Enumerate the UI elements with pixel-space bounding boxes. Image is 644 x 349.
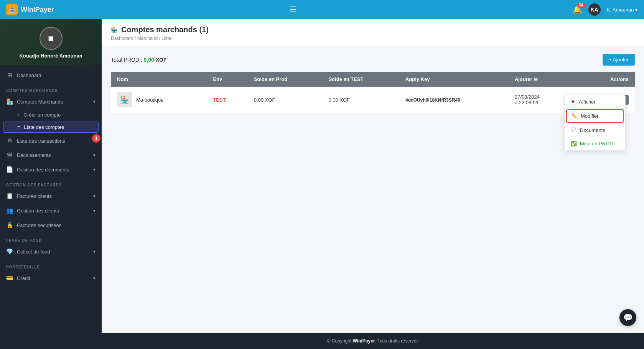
brand[interactable]: 🏦 WiniPayer [6,4,282,15]
page-title: Comptes marchands (1) [121,25,209,34]
chat-icon: 💬 [623,313,633,322]
user-name[interactable]: K. Amounan ▾ [607,7,638,13]
avatar: ■ [40,27,63,50]
col-apply-key: Apply Key [399,72,509,87]
col-solde-test: Solde en TEST [322,72,399,87]
chevron-factures-icon: ▾ [93,194,96,199]
documents-label: Documents [580,127,605,133]
total-row: Total PROD : 0,00 XOF + Ajouter [111,54,635,66]
sidebar-item-comptes-marchands[interactable]: 🏪 Comptes Marchands ▾ [0,94,102,109]
sidebar-item-creer-compte[interactable]: + Créer un compte [0,109,102,121]
clients-icon: 👥 [6,207,13,214]
solde-test-cell: 0,00 XOF [322,87,399,113]
liste-transactions-label: Liste des transactions [17,138,65,144]
date-cell: 27/03/2024à 22:06:09 [509,87,569,113]
sidebar-item-comptes-marchands-label: Comptes Marchands [17,99,63,105]
sidebar-item-dashboard-label: Dashboard [17,72,41,78]
modifier-label: Modifier [581,113,598,119]
page-body: Total PROD : 0,00 XOF + Ajouter Nom Env … [102,46,644,333]
brand-name: WiniPayer [21,6,54,14]
notification-bell[interactable]: 🔔 54 [573,5,582,14]
transactions-icon: ⚙ [6,137,13,144]
list-icon: ≡ [17,124,20,130]
dropdown-item-documents[interactable]: 📄 Documents [565,123,625,137]
col-ajouter-le: Ajouter le [509,72,569,87]
brand-icon: 🏦 [6,4,18,15]
lock-icon: 🔒 [6,222,13,229]
chevron-collect-icon: ▾ [93,249,96,254]
actions-dropdown: 👁 Afficher ✏️ Modifier 📄 Documents ✅ Mis… [564,95,626,151]
sidebar-username: Kouadjo Honoré Amounan [19,53,82,59]
page-header: 🏪 Comptes marchands (1) Dashboard / Marc… [102,19,644,46]
total-label: Total PROD : 0,00 XOF [111,57,167,63]
sidebar-item-liste-des-comptes[interactable]: ≡ Liste des comptes [3,122,99,133]
sidebar-item-gestion-documents[interactable]: 📄 Gestion des documents ▾ [0,162,102,177]
sidebar-item-decaissements[interactable]: 🏛 Décaissements ▾ [0,148,102,162]
plus-icon: + [17,112,20,118]
dropdown-item-mise-en-prod[interactable]: ✅ Mise en PROD [565,137,625,150]
sidebar-item-liste-transactions[interactable]: ⚙ Liste des transactions [0,133,102,148]
total-value: 0,00 [144,57,154,63]
solde-prod-cell: 0,00 XOF [248,87,323,113]
table-row: 🏪 Ma boutique TEST 0,00 XOF 0,00 XOF 4uc… [111,87,635,113]
total-currency: XOF [156,57,167,63]
store-icon: 🏪 [6,98,13,105]
sidebar-item-gestion-clients[interactable]: 👥 Gestion des clients ▾ [0,203,102,218]
merchant-name-cell: 🏪 Ma boutique [111,87,207,113]
table-body: 🏪 Ma boutique TEST 0,00 XOF 0,00 XOF 4uc… [111,87,635,113]
sidebar-item-factures-clients[interactable]: 📋 Factures clients ▾ [0,189,102,203]
env-cell: TEST [207,87,247,113]
sidebar-item-dashboard[interactable]: ⊞ Dashboard [0,68,102,82]
afficher-label: Afficher [579,99,596,105]
edit-icon: ✏️ [572,113,578,119]
collect-icon: 💎 [6,248,13,255]
creer-compte-label: Créer un compte [24,112,61,118]
chevron-decaissements-icon: ▾ [93,153,96,158]
eye-icon: 👁 [571,99,576,105]
merchant-icon: 🏪 [117,92,132,107]
liste-des-comptes-label: Liste des comptes [24,124,64,130]
sidebar-item-collect-fond[interactable]: 💎 Collect de fond ▾ [0,244,102,259]
merchant-name: Ma boutique [136,97,164,103]
env-value: TEST [213,97,226,103]
notification-badge: 54 [577,3,585,8]
credit-label: Crédit [17,275,30,281]
navbar: 🏦 WiniPayer ☰ 🔔 54 KA K. Amounan ▾ [0,0,644,19]
section-gestion-factures: GESTION DES FACTURES [0,177,102,189]
col-solde-prod: Solde en Prod [248,72,323,87]
section-portefeuille: PORTEFEUILLE [0,259,102,271]
apply-key-cell: 4ucOUvh0i18KNfR3SR48 [399,87,509,113]
app-body: ■ Kouadjo Honoré Amounan ⊞ Dashboard COM… [0,19,644,349]
sidebar-item-credit[interactable]: 💳 Crédit ▾ [0,271,102,285]
col-nom: Nom [111,72,207,87]
doc-icon: 📄 [571,127,577,133]
gestion-documents-label: Gestion des documents [17,167,69,173]
sidebar-user: ■ Kouadjo Honoré Amounan [0,19,102,65]
col-env: Env [207,72,247,87]
footer: © Copyright WiniPayer. Tous droits réser… [102,333,644,349]
credit-icon: 💳 [6,275,13,282]
collect-fond-label: Collect de fond [17,249,50,255]
sidebar-item-factures-securisees[interactable]: 🔒 Factures sécurisées [0,218,102,232]
chevron-down-icon: ▾ [93,99,96,104]
dropdown-item-afficher[interactable]: 👁 Afficher [565,95,625,109]
dropdown-item-modifier[interactable]: ✏️ Modifier [566,109,624,123]
add-button[interactable]: + Ajouter [603,54,635,66]
section-levee-fond: LEVÉE DE FOND [0,232,102,244]
menu-icon[interactable]: ☰ [290,5,296,14]
breadcrumb: Dashboard / Marchand / Liste [111,36,635,41]
gestion-clients-label: Gestion des clients [17,208,59,214]
footer-text: © Copyright WiniPayer. Tous droits réser… [327,338,419,344]
step-badge-1: 1 [92,134,100,143]
chevron-clients-icon: ▾ [93,208,96,213]
page-title-row: 🏪 Comptes marchands (1) [111,25,635,34]
chat-button[interactable]: 💬 [619,309,636,326]
factures-securisees-label: Factures sécurisées [17,222,61,228]
chevron-credit-icon: ▾ [93,276,96,281]
table-wrapper: Nom Env Solde en Prod Solde en TEST Appl… [111,72,635,113]
sidebar-nav: ⊞ Dashboard COMPTES MARCHANDS 🏪 Comptes … [0,65,102,349]
table-header: Nom Env Solde en Prod Solde en TEST Appl… [111,72,635,87]
main-content: 🏪 Comptes marchands (1) Dashboard / Marc… [102,19,644,349]
page-title-icon: 🏪 [111,27,117,33]
dashboard-icon: ⊞ [6,72,13,79]
